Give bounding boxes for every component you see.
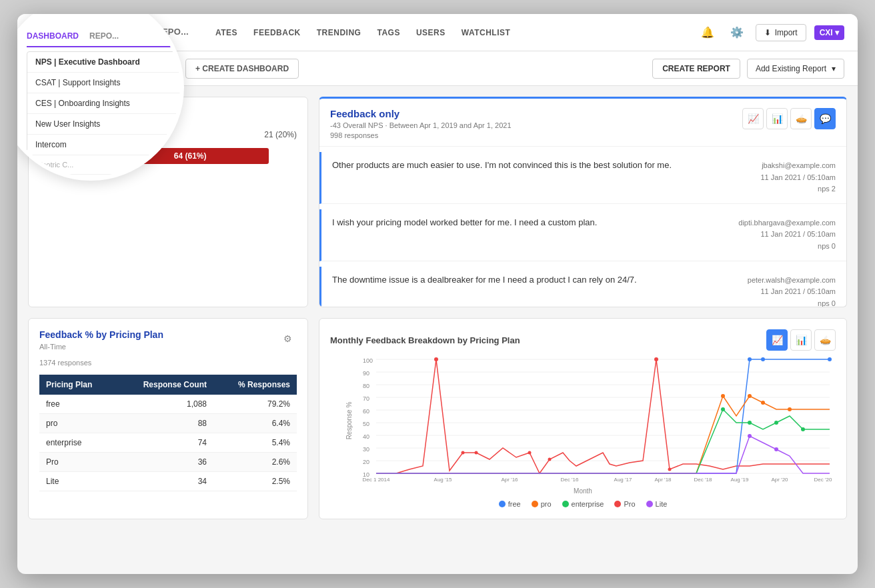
table-row: free 1,088 79.2% [39,395,297,414]
bar-chart-view-btn[interactable]: 📊 [766,108,788,129]
svg-text:Apr '16: Apr '16 [501,477,518,483]
pct-cell: 2.6% [213,453,297,472]
import-button[interactable]: ⬇ Import [756,24,806,41]
svg-text:Dec '18: Dec '18 [694,477,712,483]
svg-point-27 [748,357,752,361]
svg-text:Dec '20: Dec '20 [814,477,832,483]
feedback-info: dipti.bhargava@example.com 11 Jan 2021 /… [738,217,836,253]
chart-x-label: Month [330,487,836,495]
feedback-meta-1: -43 Overall NPS · Between Apr 1, 2019 an… [330,121,512,129]
chart-line-view-btn[interactable]: 📈 [766,329,788,351]
svg-point-30 [721,394,725,398]
feedback-panel: Feedback only -43 Overall NPS · Between … [319,97,847,307]
dd-item-1[interactable]: NPS | Executive Dashboard [27,52,184,73]
legend-item-Lite: Lite [646,500,668,508]
feedback-view-icons: 📈 📊 🥧 💬 [742,108,836,129]
svg-text:Dec '16: Dec '16 [561,477,579,483]
svg-point-22 [475,451,478,455]
create-dashboard-button[interactable]: + CREATE DASHBOARD [185,59,299,79]
feedback-meta-2: 998 responses [330,131,512,139]
dd-item-3[interactable]: CES | Onboarding Insights [27,93,184,114]
user-avatar[interactable]: CXI ▾ [814,25,844,40]
chart-line-free [376,359,830,473]
nav-users[interactable]: USERS [416,25,446,40]
settings-icon[interactable]: ⚙️ [726,22,748,43]
create-report-button[interactable]: CREATE REPORT [652,59,740,79]
feedback-item: The downtime issue is a dealbreaker for … [319,267,846,307]
nav-feedback[interactable]: FEEDBACK [253,25,301,40]
svg-text:Dec 1 2014: Dec 1 2014 [363,477,390,483]
line-chart-view-btn[interactable]: 📈 [742,108,764,129]
svg-text:50: 50 [363,421,369,427]
svg-point-37 [801,427,805,431]
legend-item-Pro: Pro [614,500,635,508]
svg-point-28 [761,357,765,361]
legend-label-enterprise: enterprise [572,500,604,508]
toolbar-right: CREATE REPORT Add Existing Report ▾ [652,59,844,79]
chart-legend: free pro enterprise Pro [330,500,836,508]
feedback-text: The downtime issue is a dealbreaker for … [332,275,737,307]
svg-point-23 [528,451,532,455]
feedback-header: Feedback only -43 Overall NPS · Between … [319,99,846,147]
svg-text:70: 70 [363,395,369,402]
chart-panel: Monthly Feedback Breakdown by Pricing Pl… [319,318,847,519]
legend-item-enterprise: enterprise [562,500,604,508]
legend-dot-Pro [614,501,621,507]
svg-text:Aug '19: Aug '19 [731,477,749,483]
chart-line-lite [376,436,830,473]
add-existing-report-button[interactable]: Add Existing Report ▾ [747,59,844,79]
chart-line-pro [376,359,830,473]
feedback-text: Other products are much easier to use. I… [332,160,750,195]
tab-dashboard-circle[interactable]: DASHBOARD [27,31,79,41]
svg-point-24 [548,458,552,461]
chart-container: Response % 100 90 80 70 60 50 40 30 20 1… [330,356,836,485]
svg-point-35 [748,421,752,425]
pricing-title: Feedback % by Pricing Plan [39,329,163,340]
svg-text:Apr '20: Apr '20 [771,477,788,483]
legend-dot-free [499,501,506,507]
pct-cell: 2.5% [213,472,297,491]
pct-cell: 5.4% [213,433,297,453]
tab-reports-circle[interactable]: REPO... [89,31,119,41]
legend-label-Lite: Lite [656,500,668,508]
pct-cell: 79.2% [213,395,297,414]
plan-cell: Pro [39,453,115,472]
dd-item-2[interactable]: CSAT | Support Insights [27,73,184,93]
pie-chart-view-btn[interactable]: 🥧 [790,108,812,129]
count-cell: 36 [115,453,213,472]
chart-title: Monthly Feedback Breakdown by Pricing Pl… [330,335,520,345]
svg-point-21 [462,451,465,455]
chart-pie-view-btn[interactable]: 🥧 [814,329,836,351]
nav-trending[interactable]: TRENDING [317,25,361,40]
circle-highlight: DASHBOARD REPO... NPS | Executive Dashbo… [17,14,184,181]
feedback-item: Other products are much easier to use. I… [319,152,846,204]
pricing-sub2: 1374 responses [39,359,163,367]
dd-item-5[interactable]: Intercom [27,135,184,155]
nav-watchlist[interactable]: WATCHLIST [462,25,511,40]
bottom-row: Feedback % by Pricing Plan All-Time 1374… [28,318,847,519]
pricing-gear-icon[interactable]: ⚙ [278,329,297,348]
notifications-icon[interactable]: 🔔 [697,22,718,43]
nav-tags[interactable]: TAGS [377,25,399,40]
col-pct: % Responses [213,375,297,395]
svg-text:20: 20 [363,459,369,465]
dd-item-4[interactable]: New User Insights [27,114,184,135]
feedback-title: Feedback only [330,108,512,119]
nav-updates[interactable]: ATES [215,25,237,40]
chart-bar-view-btn[interactable]: 📊 [790,329,812,351]
col-count: Response Count [115,375,213,395]
chart-svg: 100 90 80 70 60 50 40 30 20 10 [357,356,836,483]
app-window: DASHBOARD REPO... NPS | Executive Dashbo… [17,14,858,574]
svg-text:90: 90 [363,370,369,377]
table-row: pro 88 6.4% [39,414,297,433]
chart-header: Monthly Feedback Breakdown by Pricing Pl… [330,329,836,351]
dd-item-6[interactable]: Wootric C... [27,155,184,175]
legend-dot-enterprise [562,501,569,507]
feedback-text: I wish your pricing model worked better … [332,217,728,253]
legend-label-Pro: Pro [624,500,635,508]
feedback-items: Other products are much easier to use. I… [319,147,846,307]
list-view-btn[interactable]: 💬 [814,108,836,129]
chart-line-orange [376,396,830,473]
svg-point-26 [668,468,672,471]
feedback-item: I wish your pricing model worked better … [319,209,846,261]
